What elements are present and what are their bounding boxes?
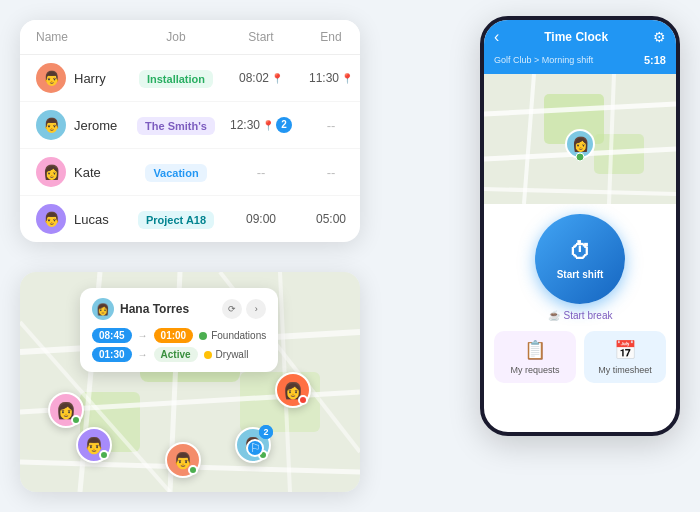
requests-label: My requests xyxy=(510,365,559,375)
settings-icon[interactable]: ⚙ xyxy=(653,29,666,45)
time-chip-1: 08:45 xyxy=(92,328,132,343)
popup-actions[interactable]: ⟳ › xyxy=(222,299,266,319)
col-name: Name xyxy=(36,30,126,44)
end-cell: 05:00 xyxy=(296,212,360,226)
popup-row-1: 08:45 → 01:00 Foundations xyxy=(92,328,266,343)
start-shift-button[interactable]: ⏱ Start shift xyxy=(535,214,625,304)
map-avatar-extra[interactable]: 👩 xyxy=(275,372,311,408)
break-icon: ☕ xyxy=(548,310,560,321)
avatar: 👨 xyxy=(36,110,66,140)
location-pin: ⚐ xyxy=(246,439,264,457)
online-dot xyxy=(298,395,308,405)
job-badge: Installation xyxy=(139,70,213,88)
col-job: Job xyxy=(126,30,226,44)
phone-map-svg: 👩 xyxy=(484,74,676,204)
phone-topbar: ‹ Time Clock ⚙ xyxy=(484,20,676,52)
pin-icon: 📍 xyxy=(262,120,274,131)
start-shift-label: Start shift xyxy=(557,269,604,280)
status-dot xyxy=(199,332,207,340)
popup-avatar: 👩 xyxy=(92,298,114,320)
start-cell: -- xyxy=(226,165,296,180)
start-cell: 08:02 📍 xyxy=(226,71,296,85)
table-row: 👨 Harry Installation 08:02 📍 11:30 📍 03:… xyxy=(20,55,360,102)
name-label: Lucas xyxy=(74,212,109,227)
map-panel[interactable]: 👩 Hana Torres ⟳ › 08:45 → 01:00 Foundati… xyxy=(20,272,360,492)
end-cell: -- xyxy=(296,118,360,133)
col-start: Start xyxy=(226,30,296,44)
phone-shell: ‹ Time Clock ⚙ Golf Club > Morning shift… xyxy=(480,16,680,436)
my-requests-button[interactable]: 📋 My requests xyxy=(494,331,576,383)
table-row: 👨 Lucas Project A18 09:00 05:00 08:00 xyxy=(20,196,360,242)
job-cell: Project A18 xyxy=(126,210,226,229)
back-button[interactable]: ‹ xyxy=(494,28,499,46)
popup-row-2: 01:30 → Active Drywall xyxy=(92,347,266,362)
name-label: Harry xyxy=(74,71,106,86)
time-chip-3: 01:30 xyxy=(92,347,132,362)
name-cell: 👩 Kate xyxy=(36,157,126,187)
map-avatar-kate[interactable]: 👩 xyxy=(48,392,84,428)
phone-content: ⏱ Start shift ☕ Start break 📋 My request… xyxy=(484,204,676,393)
table-row: 👨 Jerome The Smith's 12:30 📍 2 -- 04:12 … xyxy=(20,102,360,149)
svg-point-21 xyxy=(576,153,584,161)
phone-map: 👩 xyxy=(484,74,676,204)
table-row: 👩 Kate Vacation -- -- -- xyxy=(20,149,360,196)
job-cell: The Smith's xyxy=(126,116,226,135)
name-label: Jerome xyxy=(74,118,117,133)
phone-bottom-grid: 📋 My requests 📅 My timesheet xyxy=(494,331,666,383)
start-cell: 09:00 xyxy=(226,212,296,226)
job-badge: Project A18 xyxy=(138,211,214,229)
popup-nav-btn[interactable]: › xyxy=(246,299,266,319)
phone-subheader: Golf Club > Morning shift 5:18 xyxy=(484,52,676,74)
badge-count: 2 xyxy=(259,425,273,439)
name-cell: 👨 Harry xyxy=(36,63,126,93)
map-avatar-harry[interactable]: 👨 xyxy=(165,442,201,478)
start-break-label: Start break xyxy=(564,310,613,321)
popup-header: 👩 Hana Torres ⟳ › xyxy=(92,298,266,320)
online-dot xyxy=(99,450,109,460)
svg-text:👩: 👩 xyxy=(572,136,590,153)
popup-person-name: 👩 Hana Torres xyxy=(92,298,189,320)
start-cell: 12:30 📍 2 xyxy=(226,117,296,133)
avatar: 👨 xyxy=(36,63,66,93)
map-popup-card: 👩 Hana Torres ⟳ › 08:45 → 01:00 Foundati… xyxy=(80,288,278,372)
online-dot xyxy=(71,415,81,425)
avatar: 👩 xyxy=(36,157,66,187)
name-label: Kate xyxy=(74,165,101,180)
name-cell: 👨 Lucas xyxy=(36,204,126,234)
job-cell: Installation xyxy=(126,69,226,88)
popup-label-1: Foundations xyxy=(199,330,266,341)
timesheet-icon: 📅 xyxy=(614,339,636,361)
start-break-link[interactable]: ☕ Start break xyxy=(548,310,613,321)
phone-location: Golf Club > Morning shift xyxy=(494,55,593,65)
map-background: 👩 Hana Torres ⟳ › 08:45 → 01:00 Foundati… xyxy=(20,272,360,492)
table-header: Name Job Start End Total hours xyxy=(20,20,360,55)
online-dot xyxy=(188,465,198,475)
popup-share-btn[interactable]: ⟳ xyxy=(222,299,242,319)
job-cell: Vacation xyxy=(126,163,226,182)
end-cell: -- xyxy=(296,165,360,180)
status-dot-2 xyxy=(204,351,212,359)
time-chip-2: 01:00 xyxy=(154,328,194,343)
table-panel: Name Job Start End Total hours 👨 Harry I… xyxy=(20,20,360,242)
requests-icon: 📋 xyxy=(524,339,546,361)
end-cell: 11:30 📍 xyxy=(296,71,360,85)
job-badge: Vacation xyxy=(145,164,206,182)
pin-icon: 📍 xyxy=(271,73,283,84)
phone-panel: ‹ Time Clock ⚙ Golf Club > Morning shift… xyxy=(480,16,680,436)
popup-label-2: Active xyxy=(154,347,198,362)
avatar: 👨 xyxy=(36,204,66,234)
timer-icon: ⏱ xyxy=(569,239,591,265)
badge-count: 2 xyxy=(276,117,292,133)
col-end: End xyxy=(296,30,360,44)
map-avatar-lucas[interactable]: 👨 xyxy=(76,427,112,463)
timesheet-label: My timesheet xyxy=(598,365,652,375)
phone-title: Time Clock xyxy=(544,30,608,44)
job-badge: The Smith's xyxy=(137,117,215,135)
pin-icon: 📍 xyxy=(341,73,353,84)
name-cell: 👨 Jerome xyxy=(36,110,126,140)
popup-label-3: Drywall xyxy=(204,349,249,360)
my-timesheet-button[interactable]: 📅 My timesheet xyxy=(584,331,666,383)
phone-clock: 5:18 xyxy=(644,54,666,66)
